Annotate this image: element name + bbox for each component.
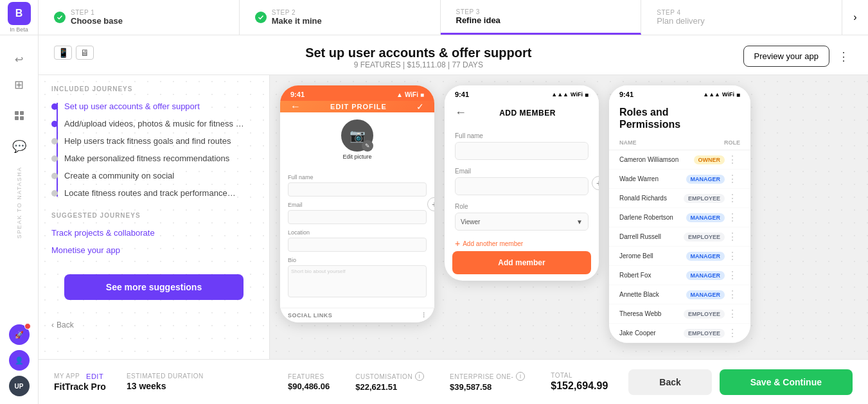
desktop-view-btn[interactable]: 🖥 [76, 46, 94, 60]
total-label: TOTAL [551, 372, 608, 379]
role-more-0[interactable]: ⋮ [725, 154, 740, 166]
email-input[interactable] [288, 210, 427, 224]
m2-fullname-input[interactable] [455, 142, 589, 160]
role-badge-9: EMPLOYEE [684, 329, 725, 338]
features-value: $90,486.06 [288, 382, 330, 391]
left-sidebar: ↩ ⊞ 💬 SPEAK TO NATASHA 🚀 👤 [0, 35, 39, 404]
role-more-5[interactable]: ⋮ [725, 250, 740, 262]
role-badge-7: MANAGER [686, 290, 725, 299]
journeys-panel: INCLUDED JOURNEYS Set up user accounts &… [39, 75, 270, 359]
body-row: INCLUDED JOURNEYS Set up user accounts &… [39, 75, 868, 359]
mockup2-back-icon[interactable]: ← [455, 106, 466, 119]
role-more-6[interactable]: ⋮ [725, 269, 740, 281]
journey-dot-1 [51, 121, 58, 127]
suggested-item-0[interactable]: Track projects & collaborate [39, 224, 269, 242]
suggested-label-1: Monetise your app [51, 245, 120, 255]
page-title: Set up user accounts & offer support [305, 46, 531, 60]
role-badge-1: MANAGER [686, 175, 725, 184]
add-member-button[interactable]: Add member [452, 251, 591, 274]
role-more-3[interactable]: ⋮ [725, 211, 740, 224]
preview-button[interactable]: Preview your app [743, 46, 829, 67]
phone-mockup-3: 9:41 ▲▲▲WiFi■ Roles and Permissions Name… [609, 85, 750, 343]
step-1[interactable]: STEP 1 Choose base [39, 0, 240, 35]
journey-item-2[interactable]: Help users track fitness goals and find … [39, 132, 269, 150]
fullname-field: Full name [288, 174, 427, 197]
role-more-9[interactable]: ⋮ [725, 327, 740, 339]
suggested-item-1[interactable]: Monetise your app [39, 242, 269, 259]
step-4[interactable]: STEP 4 Plan delivery [641, 0, 842, 35]
layouts-icon[interactable] [8, 104, 31, 127]
location-input[interactable] [288, 238, 427, 252]
svg-rect-2 [15, 116, 19, 120]
edit-picture-label: Edit picture [342, 154, 371, 164]
journey-item-4[interactable]: Create a community on social [39, 167, 269, 184]
m2-role-value: Viewer [461, 218, 480, 225]
add-another-member-link[interactable]: Add another member [455, 238, 589, 249]
role-row-2: Ronald Richards EMPLOYEE ⋮ [609, 189, 750, 208]
step1-num: STEP 1 [71, 9, 123, 16]
mockup2-status-icons: ▲▲▲WiFi■ [551, 91, 589, 98]
page-subtitle: 9 FEATURES | $15,111.08 | 77 DAYS [354, 60, 483, 69]
svg-rect-1 [20, 111, 24, 115]
back-button[interactable]: Back [628, 369, 711, 395]
role-more-4[interactable]: ⋮ [725, 231, 740, 243]
stepper-next-arrow[interactable]: › [842, 0, 868, 35]
bio-textarea[interactable]: Short bio about yourself [288, 265, 427, 297]
camera-icon: 📷 [350, 128, 366, 143]
mockup2-header: ← ADD MEMBER [445, 101, 599, 125]
mockup2-time: 9:41 [455, 91, 469, 98]
mockup1-time: 9:41 [290, 91, 305, 98]
content-area: 📱 🖥 Set up user accounts & offer support… [39, 35, 868, 404]
journey-dot-0 [51, 103, 58, 110]
role-row-6: Robert Fox MANAGER ⋮ [609, 266, 750, 285]
role-more-2[interactable]: ⋮ [725, 192, 740, 204]
m2-email-input[interactable] [455, 177, 589, 195]
mobile-view-btn[interactable]: 📱 [54, 46, 72, 60]
enterprise-info-icon[interactable]: i [516, 372, 525, 381]
bottom-actions: Back Save & Continue [628, 369, 853, 395]
journey-item-5[interactable]: Locate fitness routes and track performa… [39, 184, 269, 202]
undo-button[interactable]: ↩ [10, 48, 28, 71]
social-links-more-icon[interactable]: ⋮ [421, 312, 427, 319]
step-3[interactable]: STEP 3 Refine idea [441, 0, 642, 35]
mockup1-back-icon[interactable]: ← [290, 101, 301, 112]
role-name-3: Darlene Robertson [619, 214, 686, 221]
user-avatar[interactable]: 👤 [9, 350, 30, 371]
chat-icon[interactable]: 💬 [8, 135, 31, 158]
svg-rect-0 [15, 111, 19, 115]
m2-email-label: Email [455, 168, 589, 175]
role-badge-5: MANAGER [686, 252, 725, 261]
mockup1-form: Full name Email Location [280, 169, 434, 308]
notifications-avatar[interactable]: 🚀 [9, 324, 30, 345]
journey-label-1: Add/upload videos, photos & music for fi… [64, 119, 244, 128]
location-label: Location [288, 229, 427, 236]
journey-item-0[interactable]: Set up user accounts & offer support [39, 98, 269, 115]
journey-item-1[interactable]: Add/upload videos, photos & music for fi… [39, 115, 269, 132]
mockup1-status-icons: ▲WiFi■ [396, 91, 424, 98]
mockup1-check-icon[interactable]: ✓ [416, 101, 424, 112]
role-more-8[interactable]: ⋮ [725, 308, 740, 320]
back-link[interactable]: Back [39, 315, 269, 335]
grid-icon[interactable]: ⊞ [8, 73, 31, 96]
role-more-1[interactable]: ⋮ [725, 173, 740, 185]
edit-link[interactable]: Edit [86, 373, 103, 380]
see-more-button[interactable]: See more suggestions [64, 274, 244, 300]
customisation-info-icon[interactable]: i [415, 372, 424, 381]
more-options-button[interactable]: ⋮ [835, 48, 853, 66]
save-continue-button[interactable]: Save & Continue [720, 369, 853, 395]
customisation-value: $22,621.51 [355, 382, 424, 392]
fullname-input[interactable] [288, 182, 427, 197]
step-2[interactable]: STEP 2 Make it mine [240, 0, 441, 35]
header-center: Set up user accounts & offer support 9 F… [94, 46, 743, 69]
chevron-down-icon: ▼ [576, 218, 583, 225]
edit-avatar-icon[interactable]: ✎ [362, 140, 373, 152]
mockup3-title-line1: Roles and [619, 106, 740, 118]
mockups-area: 9:41 ▲WiFi■ ← EDIT PROFILE ✓ [270, 75, 868, 359]
email-field: Email [288, 202, 427, 224]
m2-role-select[interactable]: Viewer ▼ [455, 213, 589, 231]
up-badge[interactable]: UP [9, 376, 30, 396]
journey-item-3[interactable]: Make personalized fitness recommendation… [39, 150, 269, 167]
role-more-7[interactable]: ⋮ [725, 288, 740, 301]
role-badge-0: OWNER [694, 155, 725, 164]
app-logo: B [8, 2, 31, 25]
